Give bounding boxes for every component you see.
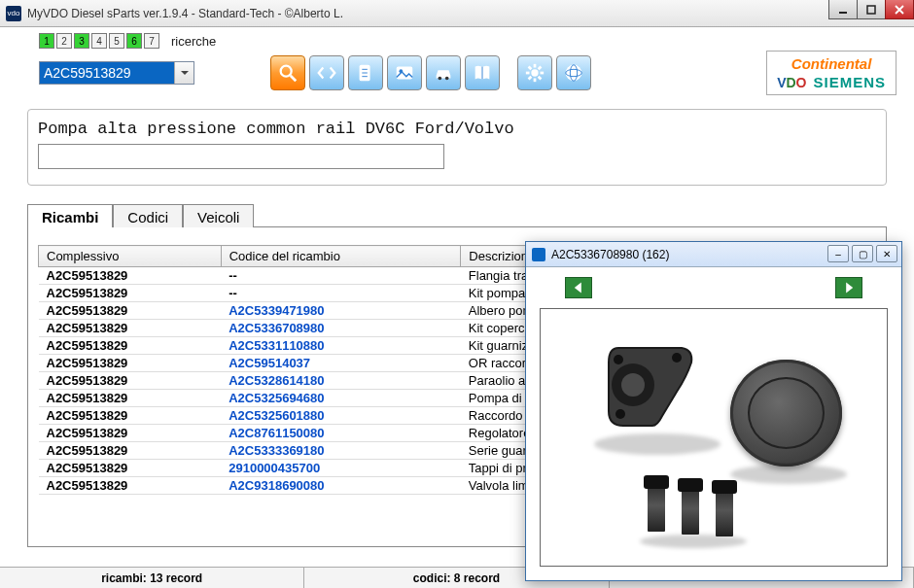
brand-continental: Continental — [791, 55, 872, 72]
image-icon[interactable] — [387, 55, 422, 90]
cell-complessivo: A2C59513829 — [39, 372, 222, 390]
book-icon[interactable] — [465, 55, 500, 90]
description-input[interactable] — [38, 144, 444, 169]
cell-complessivo: A2C59513829 — [39, 267, 222, 285]
cell-codice[interactable]: A2C5325694680 — [221, 390, 461, 407]
cell-complessivo: A2C59513829 — [39, 407, 222, 425]
tab-veicoli[interactable]: Veicoli — [183, 204, 254, 227]
main-titlebar: vdo MyVDO Diesel sParts ver.1.9.4 - Stan… — [0, 0, 914, 27]
col-complessivo[interactable]: Complessivo — [39, 246, 222, 267]
svg-line-20 — [539, 67, 542, 70]
search-input[interactable] — [40, 62, 174, 84]
app-icon: vdo — [6, 6, 21, 21]
popup-titlebar: A2C5336708980 (162) – ▢ ✕ — [526, 242, 901, 267]
history-slot-7[interactable]: 7 — [144, 33, 159, 49]
popup-image — [540, 308, 888, 567]
description-title: Pompa alta pressione common rail DV6C Fo… — [38, 120, 876, 138]
history-slot-3[interactable]: 3 — [74, 33, 89, 49]
close-button[interactable] — [885, 0, 914, 19]
document-icon[interactable] — [348, 55, 383, 90]
cell-complessivo: A2C59513829 — [39, 302, 222, 320]
svg-point-2 — [281, 66, 292, 77]
history-slot-1[interactable]: 1 — [39, 33, 54, 49]
svg-point-10 — [439, 77, 442, 81]
minimize-button[interactable] — [828, 0, 858, 19]
prev-image-button[interactable] — [565, 277, 592, 298]
cell-complessivo: A2C59513829 — [39, 285, 222, 302]
toolbar-icons — [270, 55, 591, 90]
popup-minimize-button[interactable]: – — [827, 245, 849, 262]
popup-nav — [526, 267, 901, 308]
search-dropdown-button[interactable] — [174, 62, 193, 84]
cell-codice[interactable]: 2910000435700 — [221, 460, 461, 477]
cell-codice: -- — [221, 267, 461, 285]
col-codice-del-ricambio[interactable]: Codice del ricambio — [221, 246, 461, 267]
svg-point-22 — [566, 65, 582, 82]
vehicle-icon[interactable] — [426, 55, 461, 90]
cell-codice: -- — [221, 285, 461, 302]
cell-complessivo: A2C59513829 — [39, 337, 222, 355]
brand-siemens: SIEMENS — [813, 74, 886, 90]
popup-title: A2C5336708980 (162) — [551, 248, 669, 261]
cell-codice[interactable]: A2C5331110880 — [221, 337, 461, 355]
svg-line-18 — [529, 67, 532, 70]
svg-point-11 — [445, 77, 449, 81]
popup-app-icon — [532, 248, 545, 261]
brand-panel: Continental VDO SIEMENS — [766, 51, 896, 95]
cell-complessivo: A2C59513829 — [39, 355, 222, 372]
popup-maximize-button[interactable]: ▢ — [852, 245, 873, 262]
cell-codice[interactable]: A2C5333369180 — [221, 442, 461, 460]
history-row: 1234567 ricerche — [0, 27, 914, 49]
window-controls — [829, 0, 914, 19]
status-ricambi: ricambi: 13 record — [0, 568, 304, 588]
history-label: ricerche — [171, 34, 216, 49]
cell-complessivo: A2C59513829 — [39, 442, 222, 460]
svg-line-21 — [529, 77, 532, 80]
svg-point-29 — [615, 409, 625, 419]
description-group: Pompa alta pressione common rail DV6C Fo… — [27, 109, 887, 186]
search-icon[interactable] — [270, 55, 305, 90]
history-slot-6[interactable]: 6 — [126, 33, 142, 49]
tab-ricambi[interactable]: Ricambi — [27, 204, 113, 227]
cell-codice[interactable]: A2C5339471980 — [221, 302, 461, 320]
history-slot-2[interactable]: 2 — [56, 33, 72, 49]
svg-point-26 — [621, 373, 645, 397]
window-title: MyVDO Diesel sParts ver.1.9.4 - Standard… — [27, 7, 343, 20]
svg-rect-8 — [397, 67, 413, 80]
cell-codice[interactable]: A2C8761150080 — [221, 425, 461, 442]
cell-codice[interactable]: A2C9318690080 — [221, 477, 461, 495]
next-image-button[interactable] — [835, 277, 862, 298]
cell-complessivo: A2C59513829 — [39, 390, 222, 407]
popup-close-button[interactable]: ✕ — [876, 245, 897, 262]
svg-line-19 — [539, 77, 542, 80]
maximize-button[interactable] — [857, 0, 886, 19]
cell-codice[interactable]: A2C5328614180 — [221, 372, 461, 390]
svg-rect-0 — [839, 12, 847, 14]
history-slot-4[interactable]: 4 — [91, 33, 107, 49]
toolbar: Continental VDO SIEMENS — [21, 49, 914, 95]
cell-complessivo: A2C59513829 — [39, 460, 222, 477]
svg-point-27 — [614, 355, 623, 364]
svg-line-3 — [291, 76, 297, 82]
code-icon[interactable] — [309, 55, 344, 90]
svg-point-28 — [672, 353, 682, 363]
svg-rect-1 — [867, 6, 875, 14]
gear-icon[interactable] — [517, 55, 552, 90]
cell-codice[interactable]: A2C5336708980 — [221, 320, 461, 337]
image-popup[interactable]: A2C5336708980 (162) – ▢ ✕ — [525, 241, 902, 581]
cell-codice[interactable]: A2C5325601880 — [221, 407, 461, 425]
cell-complessivo: A2C59513829 — [39, 320, 222, 337]
globe-icon[interactable] — [556, 55, 591, 90]
cell-complessivo: A2C59513829 — [39, 425, 222, 442]
brand-vdo: VDO — [777, 75, 805, 90]
tab-codici[interactable]: Codici — [113, 204, 183, 227]
search-combo[interactable] — [39, 61, 194, 85]
cell-complessivo: A2C59513829 — [39, 477, 222, 495]
svg-point-13 — [531, 69, 538, 76]
history-slot-5[interactable]: 5 — [109, 33, 124, 49]
cell-codice[interactable]: A2C59514037 — [221, 355, 461, 372]
